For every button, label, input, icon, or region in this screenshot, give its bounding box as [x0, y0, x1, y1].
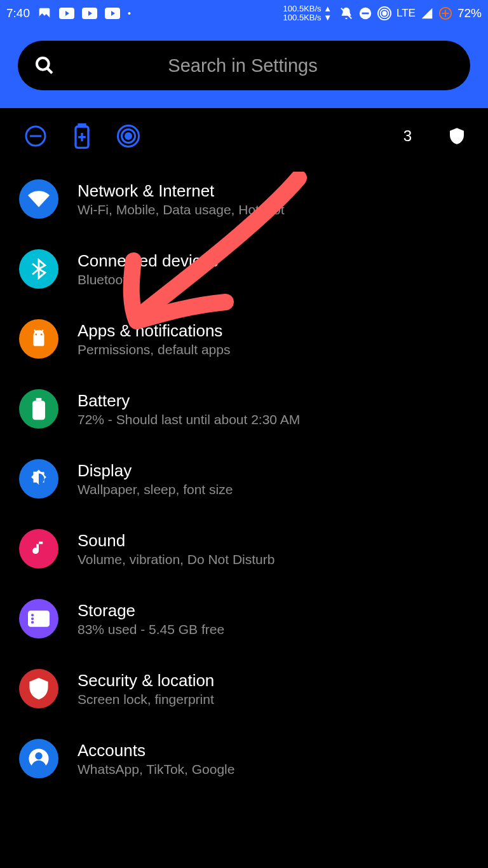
shield-icon[interactable]	[450, 128, 464, 144]
row-title: Sound	[78, 531, 274, 551]
row-subtitle: Wallpaper, sleep, font size	[78, 482, 233, 497]
svg-point-24	[35, 334, 37, 336]
settings-list: Network & Internet Wi-Fi, Mobile, Data u…	[0, 158, 488, 800]
battery-icon	[19, 389, 58, 429]
row-title: Battery	[78, 391, 300, 411]
row-subtitle: Screen lock, fingerprint	[78, 692, 214, 707]
row-subtitle: WhatsApp, TikTok, Google	[78, 762, 234, 777]
wifi-icon	[19, 179, 58, 219]
row-sound[interactable]: Sound Volume, vibration, Do Not Disturb	[0, 514, 488, 584]
row-subtitle: Volume, vibration, Do Not Disturb	[78, 552, 274, 567]
row-subtitle: Wi-Fi, Mobile, Data usage, Hotspot	[78, 202, 285, 217]
storage-icon	[19, 599, 58, 638]
svg-point-31	[31, 614, 34, 616]
row-subtitle: 72% - Should last until about 2:30 AM	[78, 412, 300, 427]
svg-rect-29	[36, 398, 42, 401]
svg-point-35	[35, 752, 42, 759]
row-title: Display	[78, 461, 233, 481]
suggestions-row: 3	[0, 108, 488, 158]
battery-outline-icon[interactable]	[74, 123, 90, 149]
android-icon	[19, 319, 58, 359]
row-battery[interactable]: Battery 72% - Should last until about 2:…	[0, 374, 488, 444]
row-network-internet[interactable]: Network & Internet Wi-Fi, Mobile, Data u…	[0, 164, 488, 234]
row-subtitle: Permissions, default apps	[78, 342, 230, 357]
row-subtitle: 83% used - 5.45 GB free	[78, 622, 224, 637]
row-title: Apps & notifications	[78, 321, 230, 341]
row-apps-notifications[interactable]: Apps & notifications Permissions, defaul…	[0, 304, 488, 374]
row-security-location[interactable]: Security & location Screen lock, fingerp…	[0, 654, 488, 724]
hotspot-outline-icon[interactable]	[117, 125, 140, 148]
svg-line-27	[41, 330, 43, 332]
status-bar: 7:40 • 100.5KB/s ▲ 100.5KB/s ▼ LTE	[0, 0, 488, 27]
battery-charging-icon	[438, 6, 452, 20]
brightness-icon	[19, 459, 58, 499]
row-display[interactable]: Display Wallpaper, sleep, font size	[0, 444, 488, 514]
notifications-off-icon	[339, 6, 353, 20]
svg-point-33	[31, 621, 34, 624]
row-title: Security & location	[78, 671, 214, 691]
bluetooth-icon	[19, 249, 58, 289]
svg-point-7	[383, 11, 386, 15]
svg-point-32	[31, 617, 34, 620]
account-icon	[19, 739, 58, 778]
search-bar[interactable]: Search in Settings	[18, 41, 470, 90]
dnd-icon	[358, 6, 372, 20]
svg-rect-6	[362, 13, 369, 15]
status-time: 7:40	[6, 6, 30, 20]
row-subtitle: Bluetooth	[78, 272, 218, 287]
network-speed: 100.5KB/s ▲ 100.5KB/s ▼	[283, 4, 332, 22]
hotspot-icon	[377, 6, 391, 20]
battery-percent: 72%	[458, 6, 482, 20]
row-title: Network & Internet	[78, 181, 285, 201]
row-title: Storage	[78, 601, 224, 621]
youtube-icon	[82, 8, 97, 19]
search-placeholder: Search in Settings	[32, 55, 454, 76]
youtube-icon	[105, 8, 120, 19]
search-header: Search in Settings	[0, 27, 488, 108]
youtube-icon	[59, 8, 74, 19]
svg-line-26	[34, 330, 36, 332]
svg-point-25	[41, 334, 43, 336]
gallery-icon	[37, 6, 51, 20]
shield-icon	[19, 669, 58, 708]
row-storage[interactable]: Storage 83% used - 5.45 GB free	[0, 584, 488, 654]
row-connected-devices[interactable]: Connected devices Bluetooth	[0, 234, 488, 304]
dot-icon: •	[128, 8, 131, 18]
music-note-icon	[19, 529, 58, 568]
svg-rect-28	[32, 401, 45, 420]
signal-icon	[421, 7, 433, 20]
svg-rect-18	[79, 123, 85, 127]
row-title: Accounts	[78, 741, 234, 761]
row-title: Connected devices	[78, 251, 218, 271]
lte-label: LTE	[396, 7, 416, 20]
suggestion-count: 3	[403, 127, 412, 145]
dnd-outline-icon[interactable]	[24, 125, 47, 148]
svg-point-21	[126, 134, 132, 139]
row-accounts[interactable]: Accounts WhatsApp, TikTok, Google	[0, 724, 488, 794]
